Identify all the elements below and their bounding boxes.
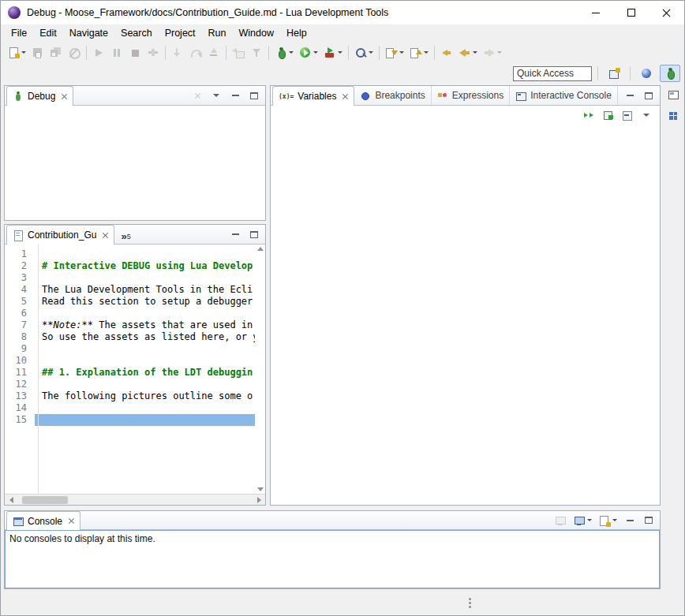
debug-view-body[interactable] [5, 106, 265, 220]
search-button[interactable] [352, 44, 376, 62]
menu-project[interactable]: Project [159, 26, 202, 40]
menu-file[interactable]: File [5, 26, 33, 40]
scrollbar-track[interactable] [17, 495, 253, 505]
dropdown-caret[interactable] [399, 51, 404, 54]
menu-window[interactable]: Window [233, 26, 280, 40]
window-maximize-button[interactable] [613, 1, 649, 24]
menu-run[interactable]: Run [202, 26, 233, 40]
ldt-perspective-button[interactable] [636, 65, 657, 82]
maximize-view-icon[interactable] [248, 89, 260, 102]
editor-horizontal-scrollbar[interactable] [5, 494, 265, 505]
restore-view-icon[interactable] [667, 88, 679, 101]
dropdown-caret[interactable] [338, 51, 342, 54]
tab-debug[interactable]: Debug [6, 86, 73, 106]
show-type-names-icon[interactable] [583, 109, 596, 121]
step-over-button[interactable] [187, 44, 204, 62]
view-menu-chevron[interactable] [640, 109, 653, 121]
display-selected-console-button[interactable] [554, 514, 567, 527]
debug-button[interactable] [272, 44, 296, 62]
variables-view-controls [623, 89, 660, 102]
scroll-down-icon[interactable] [257, 487, 264, 491]
variables-tabbar-tabs: (x)=VariablesBreakpointsExpressionsInter… [272, 86, 618, 105]
scroll-up-icon[interactable] [257, 247, 264, 251]
step-into-button[interactable] [169, 44, 186, 62]
forward-button[interactable] [481, 44, 504, 62]
close-icon[interactable] [69, 518, 74, 524]
disconnect-button[interactable] [144, 44, 162, 62]
close-icon[interactable] [342, 94, 348, 99]
open-console-button[interactable] [573, 514, 592, 527]
quick-access-input[interactable] [513, 66, 592, 81]
next-annotation-button[interactable] [383, 44, 406, 62]
dropdown-caret[interactable] [587, 519, 592, 521]
last-edit-location-button[interactable] [438, 44, 455, 62]
console-view: Console No consoles to display at this t… [4, 510, 661, 589]
remove-all-terminated-icon[interactable] [191, 89, 204, 102]
run-button[interactable] [297, 44, 320, 62]
collapse-all-icon[interactable] [621, 109, 634, 121]
editor-content[interactable]: 12# Interactive DEBUG using Lua Develop3… [5, 245, 265, 494]
debug-perspective-button[interactable] [660, 65, 680, 82]
window-close-button[interactable] [649, 1, 684, 24]
menu-edit[interactable]: Edit [33, 26, 63, 40]
scroll-left-button[interactable] [5, 497, 17, 503]
minimize-view-icon[interactable] [623, 514, 636, 527]
next-annotation-icon [385, 47, 398, 59]
sash-handle[interactable] [469, 598, 471, 600]
tab-contribution-guide[interactable]: Contribution_Gu [6, 225, 114, 245]
drop-to-frame-button[interactable] [230, 44, 247, 62]
new-button[interactable] [5, 44, 28, 62]
dropdown-caret[interactable] [289, 51, 294, 54]
new-console-view-button[interactable] [598, 514, 617, 527]
terminate-button[interactable] [126, 44, 144, 62]
app-icon [8, 6, 21, 19]
skip-all-breakpoints-button[interactable] [66, 44, 83, 62]
view-menu-chevron[interactable] [210, 89, 223, 102]
scrollbar-thumb[interactable] [22, 496, 68, 504]
show-logical-structure-icon[interactable] [602, 109, 615, 121]
toolbar-separator [630, 66, 631, 80]
maximize-view-icon[interactable] [248, 228, 260, 241]
menu-search[interactable]: Search [114, 26, 159, 40]
dropdown-caret[interactable] [313, 51, 318, 54]
tab-interactive-console[interactable]: Interactive Console [510, 86, 618, 105]
menu-navigate[interactable]: Navigate [63, 26, 114, 40]
save-all-button[interactable] [47, 44, 65, 62]
maximize-view-icon[interactable] [642, 514, 655, 527]
maximize-view-icon[interactable] [642, 89, 655, 102]
external-tools-button[interactable] [321, 44, 345, 62]
menu-help[interactable]: Help [280, 26, 313, 40]
suspend-button[interactable] [108, 44, 125, 62]
open-perspective-button[interactable] [604, 65, 624, 82]
save-button[interactable] [29, 44, 47, 62]
minimize-view-icon[interactable] [229, 89, 241, 102]
close-icon[interactable] [103, 233, 108, 238]
scroll-right-button[interactable] [253, 497, 265, 503]
back-button[interactable] [456, 44, 480, 62]
vars-icon: (x)= [279, 91, 294, 103]
tab-breakpoints[interactable]: Breakpoints [354, 86, 431, 105]
dropdown-caret[interactable] [497, 51, 502, 54]
code-line: 1 [5, 248, 255, 260]
minimize-view-icon[interactable] [229, 228, 241, 241]
editor-tab-overflow[interactable]: »5 [114, 233, 135, 244]
previous-annotation-button[interactable] [407, 44, 431, 62]
dropdown-caret[interactable] [473, 51, 477, 54]
minimize-view-icon[interactable] [623, 89, 636, 102]
use-step-filters-button[interactable] [248, 44, 265, 62]
close-icon[interactable] [62, 94, 67, 99]
tab-expressions[interactable]: Expressions [432, 86, 510, 105]
step-return-button[interactable] [205, 44, 223, 62]
dropdown-caret[interactable] [612, 519, 617, 521]
editor-vertical-scrollbar[interactable] [255, 245, 265, 494]
minimized-view-icon[interactable] [667, 110, 679, 122]
tab-console[interactable]: Console [6, 511, 80, 530]
dropdown-caret[interactable] [21, 51, 26, 54]
dropdown-caret[interactable] [424, 51, 429, 54]
tab-variables[interactable]: (x)=Variables [272, 86, 354, 106]
window-minimize-button[interactable] [578, 1, 613, 24]
console-output[interactable]: No consoles to display at this time. [5, 530, 660, 588]
resume-button[interactable] [90, 44, 107, 62]
dropdown-caret[interactable] [369, 51, 373, 54]
variables-view-body[interactable] [271, 125, 660, 505]
